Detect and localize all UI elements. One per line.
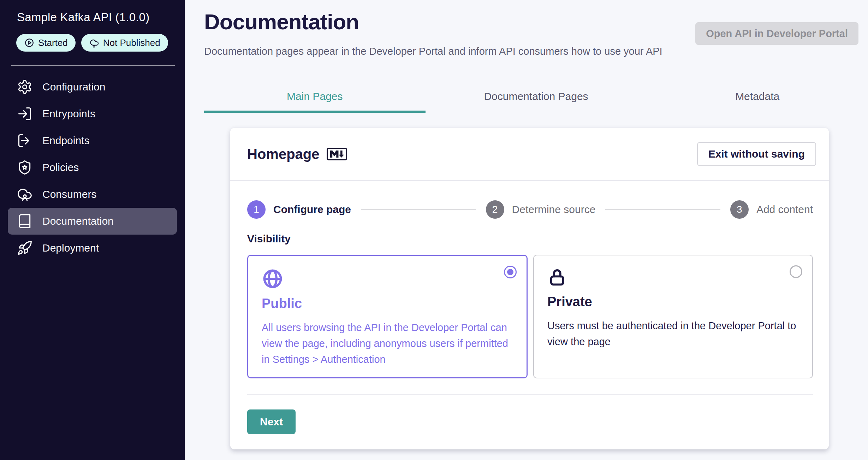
card-header: Homepage Exit without saving — [230, 128, 829, 181]
step-label: Configure page — [273, 204, 351, 216]
step-label: Determine source — [512, 204, 596, 216]
entry-arrow-icon — [17, 106, 32, 122]
tab-label: Documentation Pages — [484, 90, 588, 102]
option-description: All users browsing the API in the Develo… — [262, 320, 513, 367]
sidebar-item-consumers[interactable]: Consumers — [8, 181, 177, 208]
sidebar: Sample Kafka API (1.0.0) Started Not Pub… — [0, 0, 185, 460]
sidebar-menu: Configuration Entrypoints Endpoints Poli… — [0, 73, 185, 261]
cloud-user-icon — [17, 187, 32, 202]
markdown-icon — [327, 148, 347, 160]
card-body: 1 Configure page 2 Determine source 3 Ad… — [230, 181, 829, 434]
radio-private-unselected[interactable] — [790, 265, 802, 278]
sidebar-item-label: Entrypoints — [42, 108, 95, 120]
sidebar-item-endpoints[interactable]: Endpoints — [8, 127, 177, 154]
tab-label: Metadata — [735, 90, 779, 102]
exit-arrow-icon — [17, 133, 32, 148]
sidebar-item-label: Documentation — [42, 215, 114, 227]
api-title: Sample Kafka API (1.0.0) — [0, 0, 185, 24]
visibility-label: Visibility — [247, 233, 813, 245]
status-badge-not-published: Not Published — [81, 34, 168, 52]
radio-dot — [507, 269, 513, 275]
step-number: 3 — [730, 200, 749, 219]
step-connector — [605, 209, 720, 210]
tab-label: Main Pages — [287, 90, 343, 102]
gear-icon — [17, 79, 32, 95]
sidebar-item-label: Consumers — [42, 188, 96, 200]
tab-bar: Main Pages Documentation Pages Metadata — [204, 82, 868, 113]
play-circle-icon — [24, 37, 35, 48]
sidebar-item-label: Deployment — [42, 242, 99, 254]
option-title: Public — [262, 296, 513, 311]
visibility-options: Public All users browsing the API in the… — [247, 255, 813, 378]
sidebar-item-entrypoints[interactable]: Entrypoints — [8, 100, 177, 127]
sidebar-item-label: Endpoints — [42, 135, 89, 147]
visibility-option-public[interactable]: Public All users browsing the API in the… — [247, 255, 528, 378]
api-status-badges: Started Not Published — [0, 24, 185, 52]
next-button[interactable]: Next — [247, 409, 296, 434]
card-title-wrap: Homepage — [247, 146, 347, 162]
sidebar-item-deployment[interactable]: Deployment — [8, 235, 177, 261]
step-connector — [361, 209, 476, 210]
app-screen: Sample Kafka API (1.0.0) Started Not Pub… — [0, 0, 868, 460]
status-badge-started: Started — [16, 34, 76, 52]
step-determine-source[interactable]: 2 Determine source — [486, 200, 596, 219]
option-description: Users must be authenticated in the Devel… — [547, 318, 799, 350]
status-badge-label: Not Published — [103, 37, 160, 48]
tab-documentation-pages[interactable]: Documentation Pages — [426, 82, 647, 113]
lock-icon — [547, 283, 568, 289]
cloud-unpublished-icon — [89, 37, 100, 48]
step-number: 2 — [486, 200, 504, 219]
globe-icon — [262, 285, 284, 291]
shield-star-icon — [17, 160, 32, 175]
step-add-content[interactable]: 3 Add content — [730, 200, 813, 219]
open-api-in-developer-portal-button[interactable]: Open API in Developer Portal — [695, 22, 858, 45]
card-title: Homepage — [247, 146, 320, 162]
book-icon — [17, 213, 32, 229]
homepage-wizard-card: Homepage Exit without saving 1 Configure… — [230, 128, 829, 449]
step-configure-page[interactable]: 1 Configure page — [247, 200, 351, 219]
step-number: 1 — [247, 200, 266, 219]
option-title: Private — [547, 294, 799, 309]
wizard-stepper: 1 Configure page 2 Determine source 3 Ad… — [247, 200, 813, 219]
page-subtitle: Documentation pages appear in the Develo… — [204, 46, 868, 57]
rocket-icon — [17, 240, 32, 256]
visibility-option-private[interactable]: Private Users must be authenticated in t… — [533, 255, 813, 378]
sidebar-item-documentation[interactable]: Documentation — [8, 208, 177, 235]
sidebar-divider — [11, 65, 175, 66]
step-label: Add content — [756, 204, 813, 216]
tab-main-pages[interactable]: Main Pages — [204, 82, 426, 113]
radio-public-selected[interactable] — [504, 266, 517, 278]
card-body-divider — [247, 394, 813, 395]
tab-metadata[interactable]: Metadata — [647, 82, 868, 113]
status-badge-label: Started — [38, 37, 68, 48]
sidebar-item-configuration[interactable]: Configuration — [8, 73, 177, 100]
sidebar-item-policies[interactable]: Policies — [8, 154, 177, 181]
sidebar-item-label: Configuration — [42, 81, 105, 93]
main-content: Documentation Open API in Developer Port… — [185, 0, 868, 460]
exit-without-saving-button[interactable]: Exit without saving — [697, 142, 816, 166]
sidebar-item-label: Policies — [42, 161, 79, 173]
